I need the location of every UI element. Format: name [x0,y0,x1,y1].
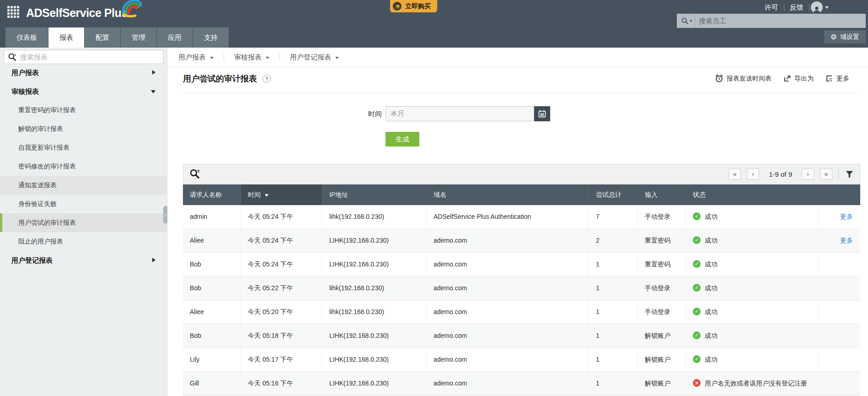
chevron-down-icon [266,57,269,59]
time-label: 时间 [358,110,382,119]
divider [695,14,695,28]
tab-reports[interactable]: 报表 [48,27,85,48]
tab-application[interactable]: 应用 [157,27,193,48]
cell-time: 今天 05:18 下午 [241,324,322,348]
sidebar-collapse-handle[interactable]: ‹ [163,206,167,223]
cell-time: 今天 05:24 下午 [241,229,322,253]
search-scope-dropdown[interactable] [677,17,695,25]
license-link[interactable]: 许可 [765,3,778,12]
cell-time: 今天 05:22 下午 [241,277,322,300]
feedback-link[interactable]: 反馈 [790,3,804,12]
table-row: Bob 今天 05:18 下午 LIHK(192.168.0.230) adem… [183,324,860,348]
last-page-button[interactable]: » [820,168,832,180]
breadcrumb-user-registration-reports[interactable]: 用户登记报表 [290,53,339,62]
success-icon: ✓ [693,331,701,339]
table-search-button[interactable] [189,168,200,179]
cell-actions [819,372,860,396]
chevron-down-icon [151,90,155,93]
main-nav-tabs: 仪表板 报表 配置 管理 应用 支持 [5,27,229,48]
table-row: Bob 今天 05:24 下午 LIHK(192.168.0.230) adem… [183,253,860,277]
breadcrumb-user-reports[interactable]: 用户报表 [178,53,214,62]
col-header-attempts[interactable]: 尝试总计 [589,184,638,205]
cell-actions: 更多 [819,229,860,253]
sidebar-item-user-registration-reports[interactable]: 用户登记报表 [0,251,167,270]
sidebar-item-user-attempts-audit[interactable]: 用户尝试的审计报表 [0,213,167,232]
cell-actions [819,324,860,348]
table-toolbar: « ‹ 1-9 of 9 › » [183,164,860,184]
cell-requester: Bob [183,277,241,300]
time-period-input[interactable] [386,106,534,121]
col-header-requester[interactable]: 请求人名称 [183,184,241,205]
cell-actions: 更多 [819,205,860,229]
cell-domain: ademo.com [427,253,589,277]
cell-input: 手动登录 [638,300,686,324]
cell-actions [819,253,860,277]
cell-domain: ADSelfService Plus Authentication [427,205,589,229]
col-header-ip[interactable]: IP地址 [322,184,427,205]
chevron-left-icon: ‹ [165,212,166,217]
tab-dashboard[interactable]: 仪表板 [5,27,48,48]
sidebar-search [4,50,164,64]
cell-requester: Bob [183,324,241,348]
domain-settings-button[interactable]: ⚙ 域设置 [824,30,866,43]
search-icon [189,168,200,179]
cell-input: 重置密码 [638,229,686,253]
cell-requester: Aliee [183,229,241,253]
col-header-domain[interactable]: 域名 [427,184,589,205]
cell-status: ✓成功 [686,300,819,324]
next-page-button[interactable]: › [802,168,814,180]
sidebar-item-password-change-audit[interactable]: 密码修改的审计报表 [0,157,167,176]
report-schedule-button[interactable]: 报表发送时间表 [715,74,772,83]
divider [183,92,860,93]
sidebar-item-password-reset-audit[interactable]: 重置密码的审计报表 [0,101,167,119]
more-actions-button[interactable]: 更多 [825,75,849,83]
alarm-clock-icon [715,74,723,83]
filter-funnel-icon [845,169,854,179]
sidebar-item-identity-verification-failure[interactable]: 身份验证失败 [0,195,167,213]
cell-time: 今天 05:24 下午 [241,253,322,277]
cell-status: ✓成功 [686,348,819,372]
prev-page-button[interactable]: ‹ [747,168,759,180]
col-header-input[interactable]: 输入 [638,184,686,205]
cell-actions [819,348,860,372]
cell-domain: ademo.com [427,300,589,324]
tab-configuration[interactable]: 配置 [85,27,121,48]
sidebar-item-notification-delivery[interactable]: 通知发送报表 [0,176,167,195]
divider [224,54,224,61]
cell-requester: Lily [183,348,241,372]
sidebar-item-audit-reports[interactable]: 审核报表 [0,82,167,101]
employee-search-input[interactable] [699,14,866,27]
cell-time: 今天 05:20 下午 [241,300,322,324]
help-icon[interactable]: ? [263,75,271,83]
cell-domain: ademo.com [427,277,589,300]
calendar-button[interactable] [534,106,550,121]
calendar-icon [538,109,547,118]
breadcrumb-audit-reports[interactable]: 审核报表 [234,53,269,62]
buy-now-button[interactable]: 立即购买 [390,0,437,12]
filter-button[interactable] [845,169,854,179]
row-more-link[interactable]: 更多 [840,213,853,220]
cell-time: 今天 05:24 下午 [241,205,322,229]
user-menu[interactable] [811,1,829,13]
page-title-row: 用户尝试的审计报表 ? [183,73,271,84]
sidebar-search-input[interactable] [20,53,160,61]
row-more-link[interactable]: 更多 [840,237,853,244]
generate-button[interactable]: 生成 [386,132,419,146]
sidebar-item-self-update-audit[interactable]: 自我更新审计报表 [0,138,167,157]
more-menu-icon [825,75,833,82]
divider [279,54,280,61]
user-avatar-icon [811,1,823,13]
tab-admin[interactable]: 管理 [121,27,157,48]
export-as-button[interactable]: 导出为 [783,75,814,83]
apps-grid-icon[interactable] [7,6,20,18]
sidebar-item-unlock-audit[interactable]: 解锁的审计报表 [0,119,167,138]
col-header-status[interactable]: 状态 [686,184,819,205]
tab-support[interactable]: 支持 [193,27,229,48]
cell-ip: lihk(192.168.0.230) [322,277,427,300]
sidebar-item-blocked-users[interactable]: 阻止的用户报表 [0,232,167,251]
first-page-button[interactable]: « [729,168,741,180]
sidebar-item-user-reports[interactable]: 用户报表 [0,63,167,82]
cell-time: 今天 05:17 下午 [241,348,322,372]
cell-attempts: 1 [589,348,638,372]
col-header-time[interactable]: 时间 [241,184,322,205]
